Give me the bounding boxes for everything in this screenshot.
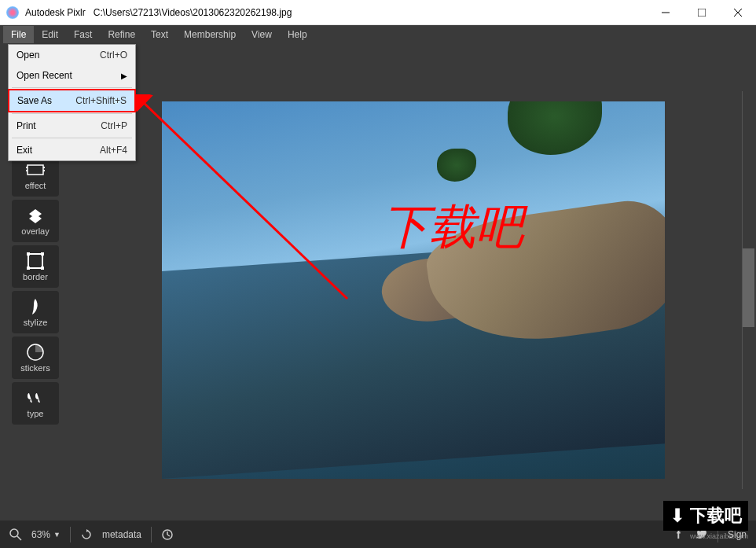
svg-line-22 [167,535,170,536]
tool-stylize[interactable]: stylize [12,291,59,333]
watermark-text: 下载吧 [690,504,742,528]
menu-help[interactable]: Help [280,26,315,43]
dropdown-save-as[interactable]: Save As Ctrl+Shift+S [8,89,136,112]
dropdown-separator [12,113,132,114]
dropdown-open[interactable]: Open Ctrl+O [9,45,135,65]
dropdown-label: Exit [17,145,100,156]
reload-icon [80,528,93,541]
app-icon [6,6,19,19]
dropdown-print[interactable]: Print Ctrl+P [9,116,135,136]
tool-label: type [28,409,44,418]
zoom-value[interactable]: 63% ▼ [31,529,61,540]
svg-rect-9 [28,254,42,268]
svg-rect-8 [43,170,45,171]
titlebar: Autodesk Pixlr C:\Users\27213\Videos\201… [0,0,756,25]
dropdown-exit[interactable]: Exit Alt+F4 [9,140,135,160]
svg-rect-7 [43,167,45,168]
window-controls [648,0,756,25]
svg-rect-11 [41,252,44,256]
zoom-tool[interactable] [9,528,22,541]
overlay-text: 下载吧 [382,196,523,259]
zoom-percent: 63% [31,529,50,540]
close-button[interactable] [720,0,756,25]
menu-membership[interactable]: Membership [176,26,244,43]
svg-rect-5 [26,167,28,168]
watermark: ⬇ 下载吧 www.xiazaiba.com [663,501,748,540]
overlay-icon [26,206,45,225]
dropdown-shortcut: Ctrl+O [100,50,127,61]
separator [151,527,152,542]
metadata-button[interactable]: metadata [102,529,141,540]
file-dropdown: Open Ctrl+O Open Recent ▶ Save As Ctrl+S… [8,44,136,161]
history-icon [161,528,174,541]
effect-icon [26,160,45,179]
submenu-arrow-icon: ▶ [121,72,127,80]
stickers-icon [26,343,45,362]
dropdown-label: Open [17,50,100,61]
download-arrow-icon: ⬇ [670,505,685,527]
tool-label: stickers [20,363,50,373]
dropdown-shortcut: Ctrl+P [101,120,127,131]
dropdown-open-recent[interactable]: Open Recent ▶ [9,65,135,86]
tool-border[interactable]: border [12,245,59,288]
menu-refine[interactable]: Refine [100,26,143,43]
svg-rect-6 [26,170,28,171]
canvas-image[interactable]: 下载吧 [162,101,665,479]
dropdown-label: Open Recent [17,70,121,81]
app-name: Autodesk Pixlr [25,7,86,18]
titlebar-text: Autodesk Pixlr C:\Users\27213\Videos\201… [25,7,648,18]
dropdown-label: Save As [17,95,75,106]
close-icon [734,9,742,17]
file-path: C:\Users\27213\Videos\2013062320262198.j… [94,7,292,18]
dropdown-shortcut: Alt+F4 [100,145,127,156]
zoom-icon [9,528,22,541]
svg-rect-4 [28,165,43,175]
menubar: File Edit Fast Refine Text Membership Vi… [0,25,756,44]
tree-small [437,149,476,196]
border-icon [26,252,45,270]
canvas-area: 下载吧 [71,44,756,520]
menu-fast[interactable]: Fast [66,26,100,43]
metadata-label: metadata [102,529,141,540]
dropdown-separator [12,138,132,138]
svg-rect-12 [27,267,30,270]
bottombar: 63% ▼ metadata f Sign [0,520,756,548]
svg-rect-13 [41,267,44,270]
tool-overlay[interactable]: overlay [12,200,59,242]
scrollbar-thumb[interactable] [743,248,754,327]
menu-text[interactable]: Text [143,26,176,43]
minimize-icon [662,9,670,17]
tool-type[interactable]: type [12,382,59,425]
dropdown-separator [12,87,132,88]
menu-view[interactable]: View [244,26,280,43]
stylize-icon [26,297,45,316]
scrollbar-vertical[interactable] [742,91,754,489]
tool-label: stylize [24,318,48,327]
svg-line-18 [17,536,21,540]
tool-label: border [23,272,48,281]
menu-file[interactable]: File [3,26,34,43]
minimize-button[interactable] [648,0,684,25]
tool-stickers[interactable]: stickers [12,337,59,379]
tree-large [508,101,602,188]
watermark-url: www.xiazaiba.com [663,532,748,540]
dropdown-label: Print [17,120,101,131]
type-icon [26,388,45,407]
svg-rect-10 [27,252,30,256]
maximize-button[interactable] [684,0,720,25]
maximize-icon [698,9,706,17]
svg-point-17 [10,529,18,537]
reload-button[interactable] [80,528,93,541]
tool-label: effect [25,181,46,190]
separator [70,527,71,542]
dropdown-shortcut: Ctrl+Shift+S [75,95,127,106]
history-button[interactable] [161,528,174,541]
chevron-down-icon: ▼ [53,531,61,539]
tool-label: overlay [21,226,49,236]
menu-edit[interactable]: Edit [34,26,66,43]
svg-rect-1 [698,9,706,17]
